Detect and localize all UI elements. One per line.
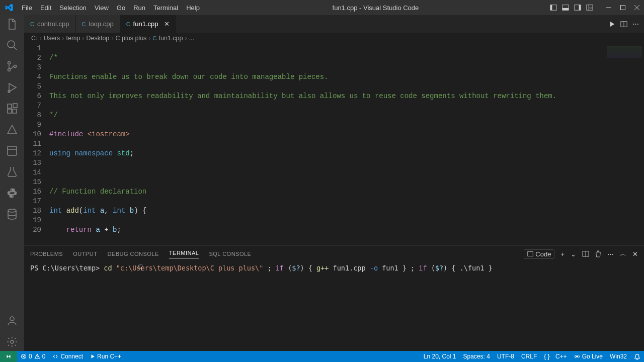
status-spaces[interactable]: Spaces: 4	[460, 351, 494, 362]
status-run-cpp[interactable]: Run C++	[87, 351, 125, 362]
crumb[interactable]: temp	[66, 35, 80, 42]
status-encoding[interactable]: UTF-8	[494, 351, 518, 362]
main: C control.cpp C loop.cpp C fun1.cpp ✕ ⋯ …	[0, 15, 644, 351]
panel-tab-terminal[interactable]: TERMINAL	[169, 250, 199, 258]
menu-terminal[interactable]: Terminal	[149, 4, 182, 12]
more-actions-icon[interactable]: ⋯	[632, 20, 639, 28]
tab-label: control.cpp	[37, 20, 69, 28]
menu-view[interactable]: View	[91, 4, 113, 12]
panel-tab-debug-console[interactable]: DEBUG CONSOLE	[107, 251, 158, 257]
svg-rect-6	[587, 5, 593, 11]
split-editor-icon[interactable]	[620, 21, 627, 28]
layout-controls	[547, 4, 596, 11]
close-panel-icon[interactable]: ✕	[632, 250, 638, 258]
svg-rect-3	[562, 8, 569, 10]
new-terminal-icon[interactable]: +	[560, 250, 565, 258]
titlebar: File Edit Selection View Go Run Terminal…	[0, 0, 644, 15]
toggle-panel-icon[interactable]	[559, 4, 572, 11]
cmake-icon[interactable]	[6, 124, 18, 136]
maximize-panel-icon[interactable]: ︿	[620, 249, 626, 258]
status-connect[interactable]: Connect	[49, 351, 87, 362]
statusbar: 0 0 Connect Run C++ Ln 20, Col 1 Spaces:…	[0, 351, 644, 362]
svg-rect-1	[550, 5, 552, 11]
breadcrumbs[interactable]: C:› Users› temp› Desktop› C plus plus› C…	[24, 33, 644, 44]
menu-file[interactable]: File	[18, 4, 36, 12]
remote-indicator[interactable]	[0, 351, 17, 362]
toggle-primary-sidebar-icon[interactable]	[547, 4, 559, 11]
menu-run[interactable]: Run	[129, 4, 149, 12]
cpp-file-icon: C	[82, 21, 86, 27]
svg-rect-30	[528, 252, 533, 256]
settings-gear-icon[interactable]	[6, 336, 18, 348]
toggle-secondary-sidebar-icon[interactable]	[572, 4, 584, 11]
terminal[interactable]: ☟ PS C:\Users\temp> cd "c:\Users\temp\De…	[24, 262, 644, 351]
test-icon[interactable]	[6, 166, 18, 178]
code-content[interactable]: /* Functions enable us to break down our…	[49, 44, 599, 245]
minimap[interactable]	[599, 44, 644, 245]
cpp-file-icon: C	[30, 21, 34, 27]
status-problems[interactable]: 0 0	[17, 351, 49, 362]
terminal-profile-selector[interactable]: Code	[524, 249, 554, 259]
terminal-prompt: PS C:\Users\temp>	[30, 264, 104, 272]
svg-rect-23	[8, 146, 17, 155]
customize-layout-icon[interactable]	[584, 4, 596, 11]
split-terminal-icon[interactable]	[582, 251, 589, 257]
cpp-file-icon: C	[153, 35, 157, 41]
menu-go[interactable]: Go	[113, 4, 129, 12]
svg-point-15	[8, 62, 11, 64]
panel-tab-sql-console[interactable]: SQL CONSOLE	[209, 251, 251, 257]
minimize-icon[interactable]	[602, 0, 616, 15]
vscode-logo-icon	[0, 4, 18, 12]
crumb[interactable]: C:	[31, 35, 38, 42]
panel-tab-output[interactable]: OUTPUT	[73, 251, 97, 257]
explorer-icon[interactable]	[6, 18, 18, 30]
crumb[interactable]: Users	[44, 35, 60, 42]
line-gutter: 12345 678910 1112131415 1617181920	[24, 44, 49, 245]
more-panel-actions-icon[interactable]: ⋯	[607, 250, 614, 258]
terminal-dropdown-icon[interactable]: ⌄	[571, 250, 576, 258]
status-win32[interactable]: Win32	[606, 351, 630, 362]
svg-rect-19	[8, 104, 12, 108]
project-icon[interactable]	[6, 145, 18, 157]
menu-help[interactable]: Help	[182, 4, 204, 12]
window-title: fun1.cpp - Visual Studio Code	[204, 4, 547, 12]
tab-control[interactable]: C control.cpp	[24, 15, 76, 33]
crumb[interactable]: Desktop	[86, 35, 109, 42]
panel-tabs: PROBLEMS OUTPUT DEBUG CONSOLE TERMINAL S…	[24, 246, 644, 262]
extensions-icon[interactable]	[6, 103, 18, 115]
svg-point-37	[576, 356, 578, 357]
tab-fun1[interactable]: C fun1.cpp ✕	[120, 15, 177, 33]
run-debug-icon[interactable]	[6, 81, 18, 94]
svg-rect-22	[13, 104, 17, 108]
svg-point-17	[14, 65, 17, 68]
status-golive[interactable]: Go Live	[571, 351, 606, 362]
close-icon[interactable]	[630, 0, 644, 15]
database-icon[interactable]	[6, 208, 18, 220]
python-icon[interactable]	[6, 187, 18, 199]
svg-rect-5	[579, 5, 581, 11]
svg-point-26	[10, 317, 14, 321]
accounts-icon[interactable]	[6, 315, 18, 327]
maximize-icon[interactable]	[616, 0, 630, 15]
tab-loop[interactable]: C loop.cpp	[76, 15, 120, 33]
crumb[interactable]: ...	[189, 35, 194, 42]
status-bell-icon[interactable]	[630, 351, 644, 362]
crumb[interactable]: C plus plus	[116, 35, 147, 42]
window-controls	[602, 0, 644, 15]
code-editor[interactable]: 12345 678910 1112131415 1617181920 /* Fu…	[24, 44, 599, 245]
status-language[interactable]: { } C++	[540, 351, 570, 362]
menu-selection[interactable]: Selection	[55, 4, 90, 12]
svg-rect-21	[13, 109, 17, 113]
close-tab-icon[interactable]: ✕	[164, 20, 170, 28]
run-file-icon[interactable]	[608, 21, 615, 28]
crumb[interactable]: fun1.cpp	[158, 35, 183, 42]
menu-edit[interactable]: Edit	[36, 4, 55, 12]
status-eol[interactable]: CRLF	[518, 351, 540, 362]
svg-line-14	[14, 47, 17, 50]
kill-terminal-icon[interactable]	[595, 250, 601, 257]
search-icon[interactable]	[6, 39, 18, 51]
source-control-icon[interactable]	[6, 60, 18, 72]
svg-rect-20	[8, 109, 12, 113]
panel-tab-problems[interactable]: PROBLEMS	[30, 251, 63, 257]
status-lncol[interactable]: Ln 20, Col 1	[420, 351, 460, 362]
